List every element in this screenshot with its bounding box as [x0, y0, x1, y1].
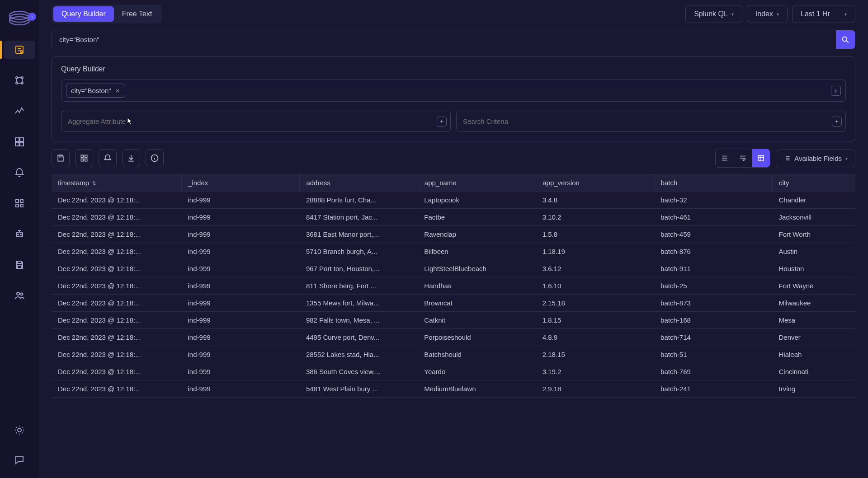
nav-apps[interactable] — [4, 194, 35, 212]
search-criteria-input[interactable] — [463, 113, 832, 130]
query-builder-title: Query Builder — [61, 65, 846, 73]
cell-city: Irving — [772, 380, 855, 398]
svg-point-18 — [18, 234, 19, 235]
cell-city: Jacksonvill — [772, 209, 855, 226]
table-row[interactable]: Dec 22nd, 2023 @ 12:18:...ind-9991355 Me… — [52, 295, 855, 312]
search-button[interactable] — [836, 30, 855, 49]
nav-traces[interactable] — [4, 71, 35, 89]
cell-timestamp: Dec 22nd, 2023 @ 12:18:... — [52, 295, 182, 312]
main-content: Query Builder Free Text Splunk QL ▾ Inde… — [39, 0, 868, 478]
cell-app_version: 1.6.10 — [536, 277, 654, 295]
cell-timestamp: Dec 22nd, 2023 @ 12:18:... — [52, 277, 182, 295]
cell-city: Denver — [772, 329, 855, 346]
svg-point-25 — [842, 37, 847, 41]
cell-app_name: Factbe — [418, 209, 536, 226]
nav-bot[interactable] — [4, 225, 35, 243]
cell-app_name: Batchshould — [418, 346, 536, 363]
alert-button[interactable] — [99, 149, 117, 167]
cell-batch: batch-168 — [654, 312, 772, 329]
table-row[interactable]: Dec 22nd, 2023 @ 12:18:...ind-99928552 L… — [52, 346, 855, 363]
column-header-city[interactable]: city — [772, 174, 855, 192]
table-row[interactable]: Dec 22nd, 2023 @ 12:18:...ind-9995481 We… — [52, 380, 855, 398]
svg-point-4 — [20, 51, 22, 52]
table-row[interactable]: Dec 22nd, 2023 @ 12:18:...ind-9998417 St… — [52, 209, 855, 226]
svg-rect-20 — [18, 261, 21, 263]
table-row[interactable]: Dec 22nd, 2023 @ 12:18:...ind-9995710 Br… — [52, 243, 855, 260]
nav-save[interactable] — [4, 256, 35, 274]
remove-chip-icon[interactable]: ✕ — [115, 87, 120, 94]
cell-address: 1355 Mews fort, Milwa... — [300, 295, 418, 312]
chevron-down-icon: ▾ — [844, 12, 847, 17]
topbar: Query Builder Free Text Splunk QL ▾ Inde… — [52, 5, 855, 23]
filter-chip[interactable]: city="Boston" ✕ — [66, 84, 125, 98]
cell-_index: ind-999 — [182, 312, 300, 329]
cell-app_name: MediumBluelawn — [418, 380, 536, 398]
cell-_index: ind-999 — [182, 243, 300, 260]
column-header-batch[interactable]: batch — [654, 174, 772, 192]
cell-batch: batch-911 — [654, 260, 772, 277]
time-range-dropdown[interactable]: Last 1 Hr ▾ — [792, 5, 855, 23]
table-row[interactable]: Dec 22nd, 2023 @ 12:18:...ind-9993681 Ea… — [52, 226, 855, 243]
download-button[interactable] — [122, 149, 140, 167]
index-dropdown[interactable]: Index ▾ — [747, 5, 788, 23]
table-row[interactable]: Dec 22nd, 2023 @ 12:18:...ind-999967 Por… — [52, 260, 855, 277]
svg-rect-28 — [85, 155, 87, 157]
column-header-app_name[interactable]: app_name — [418, 174, 536, 192]
cell-city: Houston — [772, 260, 855, 277]
cell-batch: batch-459 — [654, 226, 772, 243]
results-table: timestamp⇅_indexaddressapp_nameapp_versi… — [52, 174, 855, 398]
column-header-timestamp[interactable]: timestamp⇅ — [52, 174, 182, 192]
nav-users[interactable] — [4, 286, 35, 305]
view-table[interactable] — [752, 149, 770, 167]
results-toolbar: Available Fields ▾ — [52, 149, 855, 168]
add-filter-button[interactable]: + — [831, 86, 841, 96]
svg-rect-32 — [758, 155, 764, 161]
table-row[interactable]: Dec 22nd, 2023 @ 12:18:...ind-999982 Fal… — [52, 312, 855, 329]
view-wrap[interactable] — [734, 149, 752, 167]
nav-metrics[interactable] — [4, 102, 35, 120]
table-row[interactable]: Dec 22nd, 2023 @ 12:18:...ind-9994495 Cu… — [52, 329, 855, 346]
cell-address: 5481 West Plain bury ... — [300, 380, 418, 398]
column-header-app_version[interactable]: app_version — [536, 174, 654, 192]
table-row[interactable]: Dec 22nd, 2023 @ 12:18:...ind-99928888 P… — [52, 192, 855, 209]
view-list[interactable] — [716, 149, 734, 167]
cell-_index: ind-999 — [182, 380, 300, 398]
expand-sidebar-button[interactable]: › — [28, 13, 36, 21]
tab-query-builder[interactable]: Query Builder — [53, 6, 114, 22]
cell-batch: batch-32 — [654, 192, 772, 209]
cell-batch: batch-873 — [654, 295, 772, 312]
column-header-address[interactable]: address — [300, 174, 418, 192]
add-criteria-button[interactable]: + — [832, 117, 842, 127]
tab-free-text[interactable]: Free Text — [114, 6, 160, 22]
grid-button[interactable] — [75, 149, 93, 167]
column-header-_index[interactable]: _index — [182, 174, 300, 192]
cell-city: Chandler — [772, 192, 855, 209]
language-value: Splunk QL — [694, 10, 728, 18]
logo[interactable]: › — [7, 6, 32, 27]
language-dropdown[interactable]: Splunk QL ▾ — [685, 5, 742, 23]
search-input[interactable] — [52, 30, 836, 49]
save-button[interactable] — [52, 149, 70, 167]
cell-batch: batch-25 — [654, 277, 772, 295]
cell-timestamp: Dec 22nd, 2023 @ 12:18:... — [52, 380, 182, 398]
nav-theme[interactable] — [4, 421, 35, 439]
cell-batch: batch-461 — [654, 209, 772, 226]
cell-app_name: Laptopcook — [418, 192, 536, 209]
nav-chat[interactable] — [4, 451, 35, 469]
cell-_index: ind-999 — [182, 209, 300, 226]
info-button[interactable] — [146, 149, 164, 167]
cell-app_name: Handhas — [418, 277, 536, 295]
results-table-wrap[interactable]: timestamp⇅_indexaddressapp_nameapp_versi… — [52, 174, 855, 478]
aggregate-attribute-input[interactable] — [68, 113, 437, 130]
available-fields-button[interactable]: Available Fields ▾ — [776, 150, 855, 167]
svg-rect-26 — [59, 155, 62, 157]
nav-logs[interactable] — [4, 41, 35, 59]
nav-alerts[interactable] — [4, 164, 35, 182]
add-aggregate-button[interactable]: + — [437, 117, 447, 127]
svg-point-5 — [16, 77, 18, 79]
table-row[interactable]: Dec 22nd, 2023 @ 12:18:...ind-999386 Sou… — [52, 363, 855, 380]
filter-chip-label: city="Boston" — [71, 87, 111, 94]
table-row[interactable]: Dec 22nd, 2023 @ 12:18:...ind-999811 Sho… — [52, 277, 855, 295]
view-toggle — [715, 149, 770, 168]
nav-dashboards[interactable] — [4, 133, 35, 151]
